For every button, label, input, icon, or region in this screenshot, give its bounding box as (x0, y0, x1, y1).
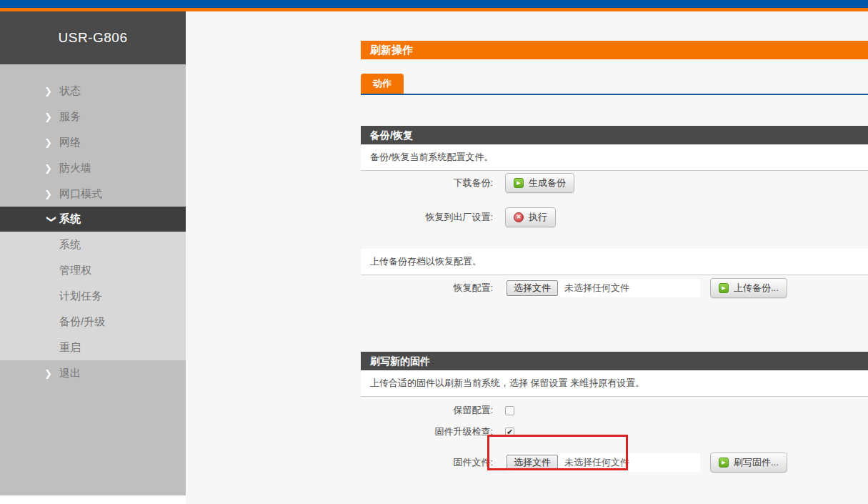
chevron-right-icon: ❯ (44, 112, 59, 122)
perform-reset-button-label: 执行 (529, 211, 547, 224)
choose-file-button[interactable]: 选择文件 (507, 455, 558, 470)
chevron-right-icon: ❯ (44, 163, 59, 174)
sidebar-menu: ❯ 状态 ❯ 服务 ❯ 网络 ❯ 防火墙 ❯ 网口模式 ❯ 系统 系统 管理权 … (0, 64, 186, 386)
generate-backup-button-label: 生成备份 (529, 177, 566, 189)
sidebar-item-label: 退出 (59, 367, 81, 380)
sidebar: USR-G806 ❯ 状态 ❯ 服务 ❯ 网络 ❯ 防火墙 ❯ 网口模式 ❯ 系… (0, 11, 186, 495)
check-icon: ✔ (507, 428, 513, 436)
section-title: 刷写新的固件 (361, 352, 868, 370)
sidebar-item-label: 网口模式 (59, 187, 102, 201)
chevron-right-icon: ❯ (44, 137, 59, 148)
upgrade-check-row: 固件升级检查: ✔ (361, 425, 868, 438)
firmware-file-input[interactable]: 选择文件 未选择任何文件 (505, 453, 700, 472)
section-description: 备份/恢复当前系统配置文件。 (361, 144, 868, 171)
page-title: 刷新操作 (361, 41, 868, 59)
sidebar-item-services[interactable]: ❯ 服务 (0, 104, 186, 129)
firmware-file-label: 固件文件: (361, 456, 493, 469)
sidebar-item-port-mode[interactable]: ❯ 网口模式 (0, 181, 186, 207)
file-status-text: 未选择任何文件 (564, 456, 629, 469)
sidebar-item-label: 防火墙 (59, 162, 91, 175)
sidebar-item-status[interactable]: ❯ 状态 (0, 78, 186, 104)
restore-config-label: 恢复配置: (361, 282, 493, 295)
chevron-down-icon: ❯ (46, 212, 57, 227)
submenu-item-system[interactable]: 系统 (0, 232, 186, 257)
sidebar-item-firewall[interactable]: ❯ 防火墙 (0, 155, 186, 181)
keep-config-checkbox[interactable] (505, 406, 514, 415)
restore-config-row: 恢复配置: 选择文件 未选择任何文件 ▶ 上传备份... (361, 275, 868, 298)
flash-firmware-button-label: 刷写固件... (734, 456, 779, 469)
choose-file-button[interactable]: 选择文件 (507, 280, 558, 296)
upgrade-check-label: 固件升级检查: (361, 425, 493, 438)
download-backup-row: 下载备份: ▶ 生成备份 (361, 171, 868, 193)
submenu-item-administration[interactable]: 管理权 (0, 257, 186, 283)
firmware-file-row: 固件文件: 选择文件 未选择任何文件 ▶ 刷写固件... (361, 453, 868, 473)
chevron-right-icon: ❯ (44, 368, 59, 379)
keep-config-row: 保留配置: (361, 397, 868, 417)
main-area: 刷新操作 动作 备份/恢复 备份/恢复当前系统配置文件。 下载备份: ▶ 生成备… (186, 11, 868, 504)
apply-play-icon: ▶ (514, 178, 524, 188)
submenu-item-backup-upgrade[interactable]: 备份/升级 (0, 309, 186, 335)
file-status-text: 未选择任何文件 (564, 282, 629, 295)
download-backup-label: 下载备份: (361, 177, 493, 189)
backup-restore-section: 备份/恢复 备份/恢复当前系统配置文件。 下载备份: ▶ 生成备份 恢复到出厂设… (361, 126, 868, 298)
system-submenu: 系统 管理权 计划任务 备份/升级 重启 (0, 232, 186, 360)
factory-reset-label: 恢复到出厂设置: (361, 211, 493, 224)
restore-file-input[interactable]: 选择文件 未选择任何文件 (505, 279, 700, 297)
generate-backup-button[interactable]: ▶ 生成备份 (505, 173, 574, 193)
upgrade-check-checkbox[interactable]: ✔ (505, 428, 514, 437)
apply-play-icon: ▶ (719, 283, 729, 293)
restore-description: 上传备份存档以恢复配置。 (361, 249, 868, 275)
keep-config-label: 保留配置: (361, 404, 493, 417)
apply-play-icon: ▶ (719, 458, 729, 468)
sidebar-item-label: 状态 (59, 84, 81, 98)
device-name: USR-G806 (0, 11, 186, 64)
sidebar-item-system[interactable]: ❯ 系统 (0, 207, 186, 232)
chevron-right-icon: ❯ (44, 189, 59, 199)
submenu-item-scheduled-tasks[interactable]: 计划任务 (0, 283, 186, 309)
sidebar-item-logout[interactable]: ❯ 退出 (0, 360, 186, 386)
tab-actions[interactable]: 动作 (361, 74, 404, 94)
top-blue-bar (0, 0, 868, 8)
tab-bar: 动作 (361, 74, 868, 95)
section-title: 备份/恢复 (361, 126, 868, 144)
reset-cross-icon: ✕ (514, 212, 524, 222)
factory-reset-row: 恢复到出厂设置: ✕ 执行 (361, 207, 868, 227)
flash-firmware-section: 刷写新的固件 上传合适的固件以刷新当前系统，选择 保留设置 来维持原有设置。 保… (361, 352, 868, 473)
flash-firmware-button[interactable]: ▶ 刷写固件... (710, 453, 787, 473)
submenu-item-reboot[interactable]: 重启 (0, 335, 186, 360)
chevron-right-icon: ❯ (44, 86, 59, 97)
sidebar-item-label: 服务 (59, 110, 81, 124)
upload-backup-button-label: 上传备份... (734, 282, 779, 295)
sidebar-item-label: 网络 (59, 136, 81, 149)
perform-reset-button[interactable]: ✕ 执行 (505, 207, 556, 227)
sidebar-item-label: 系统 (59, 212, 81, 226)
upload-backup-button[interactable]: ▶ 上传备份... (710, 278, 787, 298)
sidebar-item-network[interactable]: ❯ 网络 (0, 129, 186, 155)
section-description: 上传合适的固件以刷新当前系统，选择 保留设置 来维持原有设置。 (361, 370, 868, 397)
